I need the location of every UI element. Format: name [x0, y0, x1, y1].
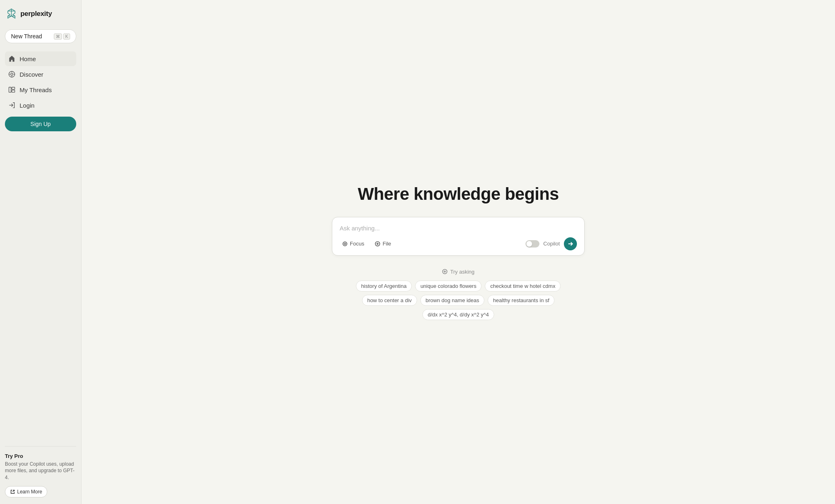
- try-asking-text: Try asking: [450, 269, 474, 275]
- sidebar-item-discover-label: Discover: [20, 71, 43, 78]
- sidebar-item-home-label: Home: [20, 55, 36, 62]
- sidebar-item-home[interactable]: Home: [5, 51, 76, 66]
- sidebar-item-discover[interactable]: Discover: [5, 67, 76, 82]
- logo-area: perplexity: [5, 7, 76, 21]
- copilot-toggle[interactable]: [526, 240, 539, 248]
- try-pro-section: Try Pro Boost your Copilot uses, upload …: [5, 446, 76, 497]
- kbd-k: K: [63, 33, 70, 40]
- try-asking-section: Try asking history of Argentina unique c…: [332, 269, 585, 320]
- focus-label: Focus: [350, 241, 364, 247]
- file-icon: [375, 241, 380, 247]
- chip-math[interactable]: d/dx x^2 y^4, d/dy x^2 y^4: [422, 309, 494, 320]
- login-icon: [8, 102, 15, 109]
- main-content: Where knowledge begins Focus: [82, 0, 835, 504]
- sidebar-item-my-threads[interactable]: My Threads: [5, 82, 76, 97]
- sidebar-item-threads-label: My Threads: [20, 86, 52, 93]
- search-tools-right: Copilot: [526, 237, 577, 250]
- home-icon: [8, 55, 15, 62]
- perplexity-logo-icon: [6, 8, 17, 20]
- search-tools-left: Focus File: [340, 239, 393, 248]
- chip-colorado-flowers[interactable]: unique colorado flowers: [415, 281, 482, 292]
- try-pro-title: Try Pro: [5, 453, 76, 459]
- copilot-label: Copilot: [543, 241, 560, 247]
- chip-healthy-restaurants[interactable]: healthy restaurants in sf: [488, 295, 554, 306]
- sidebar: perplexity New Thread ⌘ K Home: [0, 0, 82, 504]
- learn-more-label: Learn More: [17, 489, 42, 495]
- logo-text: perplexity: [20, 10, 52, 18]
- learn-more-button[interactable]: Learn More: [5, 486, 47, 497]
- external-link-icon: [10, 489, 15, 494]
- focus-icon: [342, 241, 348, 247]
- new-thread-shortcut: ⌘ K: [54, 33, 70, 40]
- svg-rect-7: [12, 87, 15, 89]
- try-asking-label: Try asking: [332, 269, 585, 275]
- suggestion-chips: history of Argentina unique colorado flo…: [332, 281, 585, 320]
- svg-rect-8: [12, 90, 15, 92]
- focus-button[interactable]: Focus: [340, 239, 367, 248]
- search-box: Focus File Copilot: [332, 217, 585, 256]
- search-input[interactable]: [340, 225, 577, 232]
- search-toolbar: Focus File Copilot: [340, 237, 577, 250]
- try-pro-description: Boost your Copilot uses, upload more fil…: [5, 461, 76, 481]
- svg-point-1: [11, 73, 13, 75]
- signup-button[interactable]: Sign Up: [5, 117, 76, 131]
- try-asking-icon: [442, 269, 448, 274]
- chip-center-div[interactable]: how to center a div: [362, 295, 417, 306]
- sidebar-nav: Home Discover My Threads: [5, 51, 76, 113]
- svg-rect-6: [9, 87, 11, 93]
- submit-button[interactable]: [564, 237, 577, 250]
- sidebar-item-login[interactable]: Login: [5, 98, 76, 113]
- svg-point-12: [344, 243, 346, 245]
- toggle-knob: [526, 241, 532, 247]
- kbd-cmd: ⌘: [54, 33, 62, 40]
- new-thread-button[interactable]: New Thread ⌘ K: [5, 29, 76, 43]
- arrow-right-icon: [568, 241, 573, 247]
- file-button[interactable]: File: [372, 239, 393, 248]
- svg-point-11: [343, 242, 347, 246]
- threads-icon: [8, 86, 15, 93]
- discover-icon: [8, 71, 15, 78]
- sidebar-item-login-label: Login: [20, 102, 35, 109]
- chip-brown-dog[interactable]: brown dog name ideas: [420, 295, 485, 306]
- file-label: File: [382, 241, 391, 247]
- hero-title: Where knowledge begins: [358, 184, 559, 204]
- chip-checkout-cdmx[interactable]: checkout time w hotel cdmx: [485, 281, 561, 292]
- new-thread-label: New Thread: [11, 33, 42, 40]
- chip-history-argentina[interactable]: history of Argentina: [356, 281, 412, 292]
